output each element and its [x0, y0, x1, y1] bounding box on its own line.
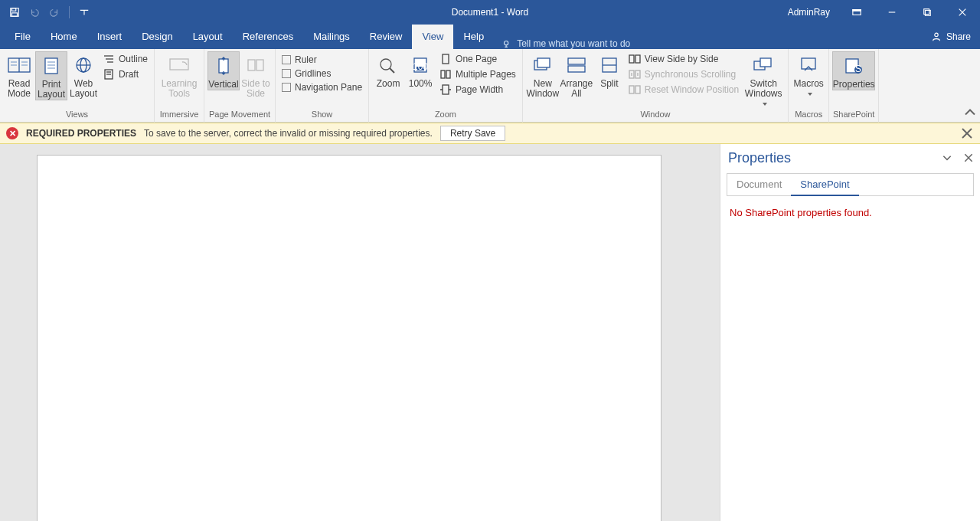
macros-label: Macros — [793, 79, 824, 99]
vertical-label: Vertical — [208, 80, 238, 90]
zoom-button[interactable]: Zoom — [372, 51, 404, 89]
message-bar: ✕ REQUIRED PROPERTIES To save to the ser… — [0, 123, 980, 144]
new-window-button[interactable]: New Window — [526, 51, 560, 99]
ruler-checkbox[interactable]: Ruler — [282, 54, 362, 65]
vertical-button[interactable]: Vertical — [207, 51, 240, 90]
reset-window-pos-button: Reset Window Position — [629, 84, 739, 96]
pane-body: No SharePoint properties found. — [720, 196, 980, 229]
ribbon: Read Mode Print Layout Web Layout Outlin… — [0, 49, 980, 123]
group-sharepoint: S Properties SharePoint — [829, 49, 879, 123]
pane-tab-sharepoint[interactable]: SharePoint — [791, 174, 858, 196]
retry-save-button[interactable]: Retry Save — [440, 126, 505, 141]
document-area[interactable] — [0, 144, 720, 521]
group-views: Read Mode Print Layout Web Layout Outlin… — [0, 49, 155, 123]
view-side-by-side-button[interactable]: View Side by Side — [629, 53, 739, 65]
sync-scrolling-button: Synchronous Scrolling — [629, 68, 739, 80]
split-button[interactable]: Split — [593, 51, 626, 89]
checkbox-icon — [282, 69, 291, 78]
macros-icon — [796, 53, 821, 77]
properties-button[interactable]: S Properties — [832, 51, 875, 90]
group-macros-label: Macros — [789, 109, 828, 123]
message-bar-close-icon[interactable] — [960, 126, 974, 140]
properties-pane: Properties Document SharePoint No ShareP… — [720, 144, 980, 521]
pane-options-icon[interactable] — [942, 152, 952, 163]
page-width-button[interactable]: Page Width — [439, 84, 516, 96]
share-button[interactable]: Share — [931, 25, 971, 49]
ribbon-tabs: File Home Insert Design Layout Reference… — [0, 25, 980, 49]
svg-rect-47 — [568, 66, 585, 72]
quick-access-toolbar — [0, 4, 93, 21]
user-name[interactable]: AdminRay — [788, 7, 830, 18]
customize-qat-icon[interactable] — [76, 4, 93, 21]
print-layout-button[interactable]: Print Layout — [35, 51, 67, 100]
draft-button[interactable]: Draft — [103, 68, 148, 80]
tab-layout[interactable]: Layout — [183, 25, 233, 49]
tab-review[interactable]: Review — [360, 25, 413, 49]
group-show: Ruler Gridlines Navigation Pane Show — [276, 49, 369, 123]
side-to-side-icon — [243, 53, 268, 77]
zoom-100-button[interactable]: 100 100% — [404, 51, 436, 89]
share-label: Share — [946, 31, 971, 42]
tab-file[interactable]: File — [5, 25, 41, 49]
pane-tab-document[interactable]: Document — [727, 174, 791, 195]
gridlines-checkbox[interactable]: Gridlines — [282, 68, 362, 79]
tab-help[interactable]: Help — [453, 25, 494, 49]
tab-references[interactable]: References — [233, 25, 303, 49]
svg-rect-50 — [629, 55, 634, 63]
macros-button[interactable]: Macros — [792, 51, 825, 99]
tab-insert[interactable]: Insert — [87, 25, 132, 49]
outline-button[interactable]: Outline — [103, 53, 148, 65]
save-icon[interactable] — [6, 4, 23, 21]
split-icon — [597, 53, 622, 77]
zoom-100-label: 100% — [409, 79, 433, 89]
pane-close-icon[interactable] — [963, 152, 974, 163]
tab-home[interactable]: Home — [41, 25, 87, 49]
sync-scroll-icon — [629, 68, 641, 80]
undo-icon[interactable] — [26, 4, 43, 21]
title-bar-right: AdminRay — [788, 0, 980, 25]
svg-rect-41 — [441, 70, 445, 78]
qat-separator — [69, 6, 70, 18]
multiple-pages-button[interactable]: Multiple Pages — [439, 68, 516, 80]
arrange-all-label: Arrange All — [560, 79, 593, 99]
svg-rect-6 — [924, 9, 929, 15]
group-show-label: Show — [276, 109, 368, 123]
learning-tools-label: Learning Tools — [159, 79, 199, 99]
new-window-label: New Window — [526, 79, 559, 99]
new-window-icon — [531, 53, 555, 77]
arrange-all-icon — [564, 53, 589, 77]
ribbon-display-icon[interactable] — [839, 0, 874, 25]
pane-title: Properties — [728, 150, 791, 166]
switch-windows-label: Switch Windows — [743, 79, 783, 109]
web-layout-button[interactable]: Web Layout — [67, 51, 100, 99]
tab-view[interactable]: View — [412, 25, 453, 49]
nav-pane-checkbox[interactable]: Navigation Pane — [282, 82, 362, 93]
read-mode-icon — [7, 53, 31, 77]
redo-icon[interactable] — [46, 4, 63, 21]
close-icon[interactable] — [945, 0, 980, 25]
pane-message: No SharePoint properties found. — [730, 207, 971, 218]
document-page[interactable] — [37, 155, 662, 521]
switch-windows-button[interactable]: Switch Windows — [742, 51, 785, 109]
share-icon — [931, 31, 942, 42]
svg-rect-51 — [635, 55, 640, 63]
reset-pos-icon — [629, 84, 641, 96]
zoom-100-icon: 100 — [408, 53, 433, 77]
minimize-icon[interactable] — [874, 0, 910, 25]
side-to-side-button: Side to Side — [240, 51, 272, 99]
collapse-ribbon-icon[interactable] — [963, 106, 977, 120]
group-views-label: Views — [0, 109, 154, 123]
maximize-icon[interactable] — [910, 0, 945, 25]
svg-text:100: 100 — [413, 61, 428, 72]
side-by-side-icon — [629, 53, 641, 65]
svg-rect-46 — [568, 58, 585, 64]
svg-rect-45 — [537, 58, 550, 67]
group-immersive: Learning Tools Immersive — [155, 49, 204, 123]
arrange-all-button[interactable]: Arrange All — [560, 51, 593, 99]
tab-mailings[interactable]: Mailings — [303, 25, 360, 49]
read-mode-button[interactable]: Read Mode — [3, 51, 35, 99]
tell-me-search[interactable]: Tell me what you want to do — [501, 38, 630, 49]
one-page-button[interactable]: One Page — [439, 53, 516, 65]
tab-design[interactable]: Design — [132, 25, 182, 49]
zoom-label: Zoom — [377, 79, 400, 89]
